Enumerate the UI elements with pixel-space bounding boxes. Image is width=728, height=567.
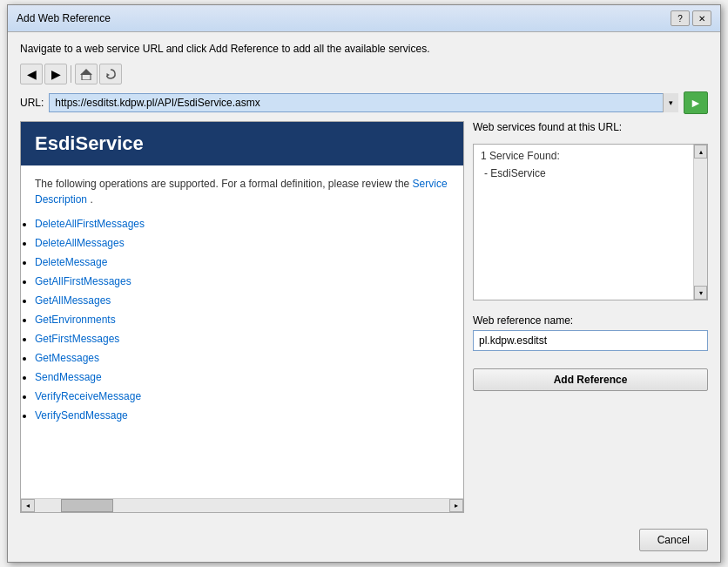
list-item: VerifySendMessage [35,409,449,422]
left-panel-content[interactable]: EsdiService The following operations are… [21,122,463,498]
dialog-title: Add Web Reference [17,12,111,24]
horiz-scroll-thumb[interactable] [61,499,113,512]
close-button[interactable]: ✕ [692,10,711,26]
op-link-get-all-first-messages[interactable]: GetAllFirstMessages [35,275,131,287]
list-item: DeleteMessage [35,256,449,268]
services-box-content: 1 Service Found: - EsdiService [474,145,707,185]
service-entry: - EsdiService [484,167,546,179]
title-bar-left: Add Web Reference [17,12,111,24]
web-ref-section: Web reference name: [473,314,708,351]
service-description: The following operations are supported. … [21,165,463,213]
title-bar-buttons: ? ✕ [671,10,711,26]
op-link-verify-receive-message[interactable]: VerifyReceiveMessage [35,390,141,402]
forward-button[interactable]: ▶ [44,64,67,84]
home-button[interactable] [75,64,98,84]
left-panel-inner: EsdiService The following operations are… [21,122,463,498]
instruction-text: Navigate to a web service URL and click … [20,43,708,55]
right-panel: Web services found at this URL: 1 Servic… [473,121,708,513]
scroll-right-button[interactable]: ▸ [449,499,463,512]
url-row: URL: ▾ ► [20,91,708,114]
url-dropdown-button[interactable]: ▾ [663,93,678,112]
refresh-button[interactable] [99,64,122,84]
service-name-header: EsdiService [21,122,463,165]
web-ref-name-input[interactable] [473,330,708,351]
list-item: GetEnvironments [35,314,449,326]
back-button[interactable]: ◀ [20,64,43,84]
url-label: URL: [20,97,44,109]
op-link-delete-all-first-messages[interactable]: DeleteAllFirstMessages [35,218,145,230]
list-item: DeleteAllMessages [35,237,449,249]
op-link-delete-all-messages[interactable]: DeleteAllMessages [35,237,125,249]
svg-marker-1 [80,69,92,75]
go-button[interactable]: ► [684,91,708,114]
title-bar: Add Web Reference ? ✕ [8,5,720,32]
list-item: SendMessage [35,371,449,383]
op-link-get-messages[interactable]: GetMessages [35,352,99,364]
dialog-body: Navigate to a web service URL and click … [8,32,720,522]
toolbar: ◀ ▶ [20,64,708,84]
web-ref-label: Web reference name: [473,314,708,327]
dialog-footer: Cancel [8,522,720,562]
go-arrow-icon: ► [690,96,702,110]
services-found-label: Web services found at this URL: [473,121,708,133]
op-link-get-all-messages[interactable]: GetAllMessages [35,294,111,307]
main-area: EsdiService The following operations are… [20,121,708,513]
add-reference-button[interactable]: Add Reference [473,368,708,391]
horiz-scroll-track[interactable] [35,499,449,512]
op-link-get-first-messages[interactable]: GetFirstMessages [35,333,119,345]
service-list-item: - EsdiService [484,167,700,179]
desc-prefix: The following operations are supported. … [35,178,409,190]
list-item: DeleteAllFirstMessages [35,218,449,230]
op-link-get-environments[interactable]: GetEnvironments [35,314,116,326]
svg-rect-0 [82,74,91,80]
services-scroll-track[interactable] [694,159,707,286]
services-scroll-down[interactable]: ▾ [694,286,707,300]
url-input-wrapper: ▾ [49,93,678,112]
left-panel: EsdiService The following operations are… [20,121,464,513]
op-link-send-message[interactable]: SendMessage [35,371,102,383]
list-item: GetMessages [35,352,449,364]
services-scroll-up[interactable]: ▴ [694,145,707,159]
operations-list: DeleteAllFirstMessages DeleteAllMessages… [21,213,463,442]
list-item: VerifyReceiveMessage [35,390,449,402]
toolbar-separator [71,65,71,83]
list-item: GetFirstMessages [35,333,449,345]
scroll-left-button[interactable]: ◂ [21,499,35,512]
url-input[interactable] [49,93,678,112]
svg-marker-2 [107,73,111,77]
add-web-reference-dialog: Add Web Reference ? ✕ Navigate to a web … [7,4,721,563]
list-item: GetAllMessages [35,294,449,307]
list-item: GetAllFirstMessages [35,275,449,287]
services-count: 1 Service Found: [481,150,700,162]
op-link-delete-message[interactable]: DeleteMessage [35,256,107,268]
services-scrollbar[interactable]: ▴ ▾ [693,145,707,300]
cancel-button[interactable]: Cancel [639,529,708,551]
horizontal-scrollbar[interactable]: ◂ ▸ [21,498,463,512]
op-link-verify-send-message[interactable]: VerifySendMessage [35,409,128,422]
desc-suffix: . [90,193,92,206]
help-button[interactable]: ? [671,10,690,26]
services-box: 1 Service Found: - EsdiService ▴ ▾ [473,144,708,300]
